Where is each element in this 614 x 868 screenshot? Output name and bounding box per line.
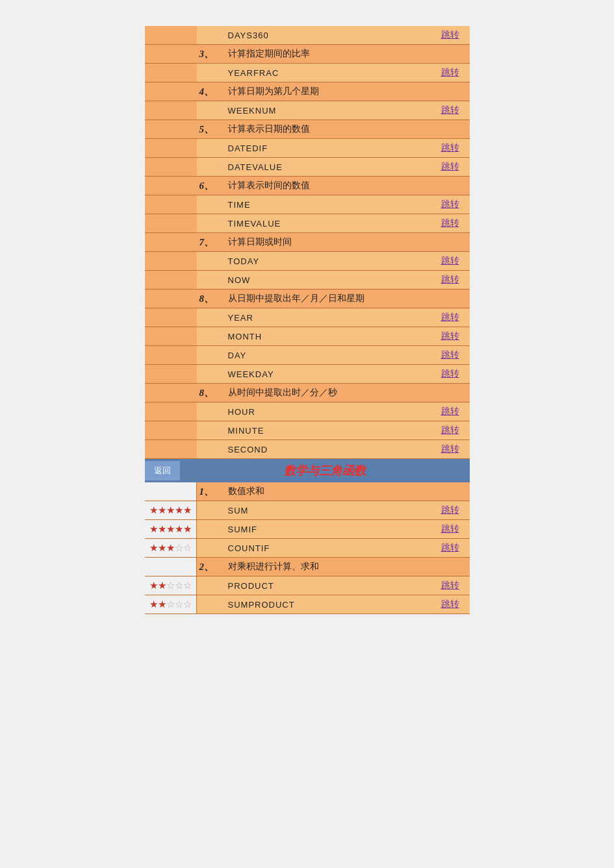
star-cell [145,120,197,138]
list-item: TODAY跳转 [145,252,470,271]
jump-link[interactable]: 跳转 [441,255,459,267]
list-item: 8、从时间中提取出时／分／秒 [145,384,470,403]
item-label: WEEKNUM [223,101,431,119]
item-number [197,195,223,214]
star-rating: ★★★☆☆ [145,539,197,557]
jump-link[interactable]: 跳转 [441,542,459,554]
item-number [197,139,223,157]
star-cell [145,327,197,345]
jump-link[interactable]: 跳转 [441,161,459,173]
list-item: WEEKNUM跳转 [145,101,470,120]
item-number: 8、 [197,290,223,308]
item-number: 2、 [197,558,223,576]
item-link-cell: 跳转 [431,346,470,364]
jump-link[interactable]: 跳转 [441,523,459,535]
item-label: SUM [223,501,431,519]
item-link-cell: 跳转 [431,64,470,82]
jump-link[interactable]: 跳转 [441,349,459,361]
item-link-cell [431,82,470,101]
item-number [197,101,223,119]
jump-link[interactable]: 跳转 [441,67,459,79]
item-number [197,421,223,440]
star-rating: ★★★★★ [145,501,197,519]
item-number [197,539,223,557]
item-link-cell: 跳转 [431,577,470,595]
back-button[interactable]: 返回 [145,461,180,480]
list-item: 4、计算日期为第几个星期 [145,82,470,101]
item-label: HOUR [223,403,431,421]
item-link-cell: 跳转 [431,327,470,345]
item-link-cell [431,384,470,402]
item-label: TIMEVALUE [223,214,431,232]
list-item: TIMEVALUE跳转 [145,214,470,233]
item-link-cell: 跳转 [431,539,470,557]
list-item: NOW跳转 [145,271,470,290]
item-label: SUMIF [223,520,431,538]
item-label: 对乘积进行计算、求和 [223,558,431,576]
item-number [197,308,223,327]
item-number [197,158,223,176]
jump-link[interactable]: 跳转 [441,580,459,591]
item-link-cell: 跳转 [431,501,470,519]
star-rating [145,482,197,501]
item-number: 8、 [197,384,223,402]
item-label: 计算日期为第几个星期 [223,82,431,101]
item-number [197,214,223,232]
jump-link[interactable]: 跳转 [441,368,459,380]
item-number: 5、 [197,120,223,138]
item-number [197,346,223,364]
star-cell [145,403,197,421]
star-cell [145,440,197,458]
item-link-cell [431,177,470,195]
jump-link[interactable]: 跳转 [441,217,459,229]
item-number [197,501,223,519]
item-link-cell [431,290,470,308]
list-item: MINUTE跳转 [145,421,470,440]
item-label: TIME [223,195,431,214]
jump-link[interactable]: 跳转 [441,406,459,417]
item-label: 计算表示日期的数值 [223,120,431,138]
item-label: 计算日期或时间 [223,233,431,251]
item-label: WEEKDAY [223,365,431,383]
list-item: SECOND跳转 [145,440,470,459]
item-label: YEAR [223,308,431,327]
item-number [197,271,223,289]
list-item: YEAR跳转 [145,308,470,327]
jump-link[interactable]: 跳转 [441,425,459,436]
item-label: COUNTIF [223,539,431,557]
star-cell [145,101,197,119]
jump-link[interactable]: 跳转 [441,142,459,154]
item-link-cell: 跳转 [431,252,470,270]
jump-link[interactable]: 跳转 [441,599,459,610]
item-number: 7、 [197,233,223,251]
jump-link[interactable]: 跳转 [441,312,459,323]
star-cell [145,26,197,44]
star-cell [145,421,197,440]
list-item: DAYS360跳转 [145,26,470,45]
jump-link[interactable]: 跳转 [441,199,459,210]
item-number [197,595,223,614]
jump-link[interactable]: 跳转 [441,330,459,342]
jump-link[interactable]: 跳转 [441,29,459,41]
jump-link[interactable]: 跳转 [441,504,459,516]
item-link-cell: 跳转 [431,595,470,614]
jump-link[interactable]: 跳转 [441,274,459,286]
item-link-cell [431,45,470,63]
star-cell [145,346,197,364]
star-cell [145,177,197,195]
star-rating: ★★☆☆☆ [145,577,197,595]
list-item: 6、计算表示时间的数值 [145,177,470,195]
jump-link[interactable]: 跳转 [441,443,459,455]
section-title: 数学与三角函数 [180,459,470,482]
item-number [197,64,223,82]
star-cell [145,45,197,63]
list-item: MONTH跳转 [145,327,470,346]
list-item: ★★★★★SUM跳转 [145,501,470,520]
item-label: 计算指定期间的比率 [223,45,431,63]
jump-link[interactable]: 跳转 [441,105,459,116]
item-number: 6、 [197,177,223,195]
item-label: YEARFRAC [223,64,431,82]
star-cell [145,384,197,402]
item-label: MINUTE [223,421,431,440]
item-link-cell [431,233,470,251]
